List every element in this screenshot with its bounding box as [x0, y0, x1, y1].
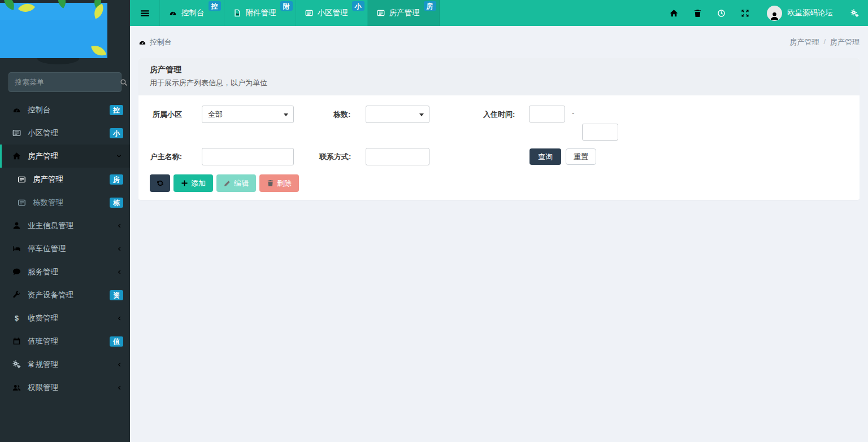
- add-button-label: 添加: [191, 178, 206, 189]
- breadcrumb: 控制台 房产管理 / 房产管理: [130, 26, 868, 58]
- nav-tab-label: 房产管理: [389, 8, 420, 18]
- sidebar-toggle-button[interactable]: [130, 0, 159, 26]
- menu-search-button[interactable]: [120, 78, 128, 86]
- range-dash: -: [572, 108, 574, 117]
- nav-tab-property[interactable]: 房产管理 房: [368, 0, 440, 26]
- panel-body: 所属小区 全部 栋数: 入住时间: - 户主名称:: [138, 95, 860, 200]
- breadcrumb-trail: 房产管理 / 房产管理: [789, 37, 860, 47]
- sidebar-menu: 控制台 控 小区管理 小 房产管理 房产管理 房 栋数管理 栋 业主信息管理: [0, 98, 130, 399]
- sidebar-item-permissions[interactable]: 权限管理: [0, 376, 130, 399]
- checkin-start-input[interactable]: [529, 106, 565, 122]
- nav-tab-console[interactable]: 控制台 控: [159, 0, 224, 26]
- sidebar-item-fees[interactable]: 收费管理: [0, 307, 130, 330]
- sidebar-item-property[interactable]: 房产管理: [0, 145, 130, 168]
- sidebar-item-service[interactable]: 服务管理: [0, 260, 130, 283]
- building-label: 栋数:: [333, 106, 348, 123]
- sidebar-item-assets[interactable]: 资产设备管理 资: [0, 283, 130, 307]
- edit-button-label: 编辑: [234, 178, 249, 189]
- nav-tabs: 控制台 控 附件管理 附 小区管理 小 房产管理 房: [159, 0, 440, 26]
- sidebar-item-label: 权限管理: [28, 383, 58, 393]
- menu-search: [8, 72, 121, 92]
- nav-tab-label: 小区管理: [318, 8, 348, 18]
- sidebar-item-label: 房产管理: [33, 174, 63, 185]
- list-icon: [377, 9, 385, 17]
- sidebar-item-label: 房产管理: [28, 151, 58, 161]
- sidebar-item-label: 停车位管理: [28, 244, 66, 254]
- nav-tab-attachments[interactable]: 附件管理 附: [224, 0, 296, 26]
- sidebar-item-label: 收费管理: [28, 313, 58, 323]
- building-select[interactable]: [366, 106, 429, 123]
- delete-button-label: 删除: [277, 178, 292, 189]
- owner-label: 户主名称:: [150, 148, 182, 165]
- breadcrumb-section: 房产管理: [789, 37, 819, 47]
- chevron-left-icon: [116, 384, 122, 391]
- wrench-icon: [12, 291, 21, 299]
- sidebar-item-label: 值班管理: [28, 336, 58, 347]
- fullscreen-icon[interactable]: [741, 9, 749, 17]
- menu-search-input[interactable]: [9, 78, 120, 86]
- user-icon: [12, 221, 21, 230]
- sidebar-item-community[interactable]: 小区管理 小: [0, 121, 130, 145]
- cogs-icon[interactable]: [850, 9, 859, 17]
- list-icon: [18, 176, 26, 183]
- top-navbar: 控制台 控 附件管理 附 小区管理 小 房产管理 房 欧皇源码论坛: [0, 0, 868, 26]
- home-icon[interactable]: [670, 9, 678, 17]
- menu-badge: 值: [110, 336, 123, 347]
- sidebar-item-owners[interactable]: 业主信息管理: [0, 214, 130, 237]
- sidebar-item-label: 资产设备管理: [28, 290, 73, 300]
- breadcrumb-separator: /: [823, 37, 826, 47]
- breadcrumb-home[interactable]: 控制台: [138, 37, 172, 47]
- breadcrumb-home-label: 控制台: [150, 37, 172, 47]
- nav-tab-label: 附件管理: [246, 8, 276, 18]
- navbar-right: 欧皇源码论坛: [670, 0, 868, 26]
- nav-tab-label: 控制台: [181, 8, 205, 18]
- sidebar-subitem-property[interactable]: 房产管理 房: [0, 168, 130, 191]
- history-clock-icon[interactable]: [717, 9, 726, 17]
- plus-icon: [181, 180, 188, 187]
- comment-icon: [12, 268, 21, 276]
- checkin-end-input[interactable]: [582, 124, 618, 141]
- search-button[interactable]: 查询: [530, 148, 561, 165]
- owner-input[interactable]: [202, 148, 294, 165]
- chevron-left-icon: [116, 315, 122, 321]
- pencil-icon: [224, 180, 231, 187]
- caret-down-icon: [284, 113, 288, 116]
- tab-badge: 控: [209, 1, 221, 11]
- tab-badge: 小: [352, 1, 364, 11]
- nav-tab-community[interactable]: 小区管理 小: [296, 0, 368, 26]
- sidebar-item-label: 小区管理: [28, 128, 58, 138]
- avatar: [767, 6, 782, 21]
- home-icon: [12, 152, 21, 160]
- dashboard-icon: [12, 106, 21, 114]
- chevron-down-icon: [116, 153, 122, 159]
- user-menu[interactable]: 欧皇源码论坛: [767, 6, 833, 21]
- contact-label: 联系方式:: [319, 148, 348, 165]
- breadcrumb-page: 房产管理: [830, 37, 860, 47]
- trash-icon: [267, 180, 274, 187]
- delete-button: 删除: [259, 174, 299, 192]
- chevron-left-icon: [116, 246, 122, 252]
- cogs-icon: [12, 360, 21, 369]
- sidebar-item-parking[interactable]: 停车位管理: [0, 237, 130, 260]
- refresh-button[interactable]: [150, 174, 170, 192]
- sidebar-item-general[interactable]: 常规管理: [0, 353, 130, 376]
- checkin-range: -: [529, 106, 625, 141]
- menu-badge: 栋: [110, 198, 123, 208]
- list-icon: [18, 199, 26, 207]
- table-toolbar: 添加 编辑 删除: [150, 174, 848, 192]
- add-button[interactable]: 添加: [173, 174, 213, 192]
- menu-badge: 控: [110, 105, 123, 115]
- sidebar-item-console[interactable]: 控制台 控: [0, 98, 130, 121]
- contact-input[interactable]: [366, 148, 429, 165]
- panel-heading: 房产管理 用于展示房产列表信息，以户为单位: [138, 58, 860, 95]
- tab-badge: 附: [280, 1, 293, 11]
- sidebar-item-label: 服务管理: [28, 267, 58, 277]
- reset-button[interactable]: 重置: [566, 148, 596, 165]
- tab-badge: 房: [424, 1, 436, 11]
- sidebar-item-duty[interactable]: 值班管理 值: [0, 330, 130, 353]
- checkin-label: 入住时间:: [483, 106, 511, 123]
- community-select[interactable]: 全部: [202, 106, 294, 123]
- trash-icon[interactable]: [693, 9, 702, 17]
- community-select-value: 全部: [208, 110, 223, 120]
- sidebar-subitem-building[interactable]: 栋数管理 栋: [0, 191, 130, 214]
